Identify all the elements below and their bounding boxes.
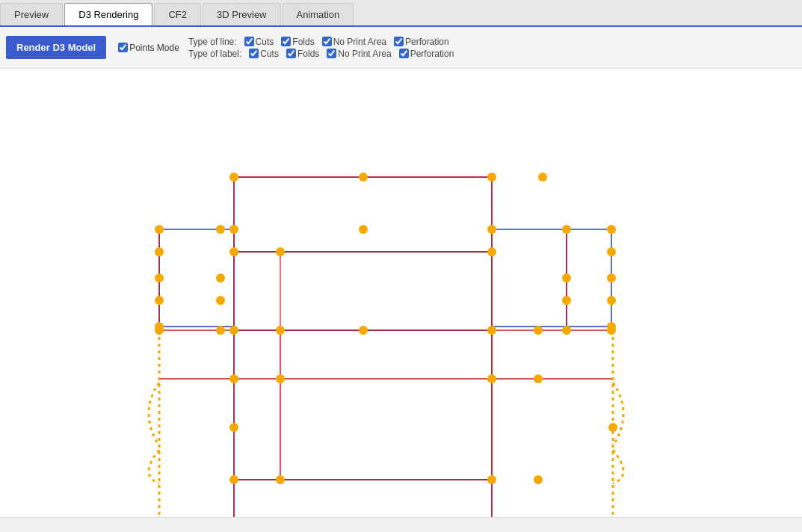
line-cuts-checkbox[interactable] bbox=[244, 37, 254, 46]
line-noprintarea-checkbox[interactable] bbox=[322, 37, 332, 46]
svg-point-57 bbox=[607, 326, 616, 335]
svg-point-53 bbox=[359, 326, 368, 335]
toolbar: Render D3 Model Points Mode Type of line… bbox=[0, 27, 802, 69]
label-folds-label: Folds bbox=[297, 49, 319, 59]
svg-point-26 bbox=[538, 173, 547, 182]
line-cuts-label: Cuts bbox=[256, 37, 274, 47]
svg-point-32 bbox=[562, 225, 571, 234]
svg-point-47 bbox=[276, 247, 285, 256]
svg-point-44 bbox=[216, 273, 225, 282]
svg-point-39 bbox=[607, 273, 616, 282]
svg-rect-0 bbox=[234, 177, 492, 252]
type-of-line-label: Type of line: bbox=[188, 37, 237, 47]
svg-point-48 bbox=[487, 247, 496, 256]
dieline-svg bbox=[0, 69, 802, 517]
label-folds-checkbox[interactable] bbox=[286, 49, 296, 58]
svg-point-25 bbox=[487, 173, 496, 182]
tab-animation[interactable]: Animation bbox=[283, 3, 354, 25]
label-noprintarea-group[interactable]: No Print Area bbox=[327, 49, 391, 59]
label-cuts-group[interactable]: Cuts bbox=[249, 49, 279, 59]
type-of-label-label: Type of label: bbox=[188, 49, 241, 59]
label-perforation-checkbox[interactable] bbox=[399, 49, 409, 58]
svg-point-49 bbox=[155, 326, 164, 335]
svg-point-55 bbox=[534, 326, 543, 335]
line-folds-group[interactable]: Folds bbox=[281, 37, 314, 47]
canvas-area[interactable] bbox=[0, 69, 802, 517]
line-noprintarea-label: No Print Area bbox=[333, 37, 386, 47]
type-of-line-row: Type of line: Cuts Folds No Print Area P… bbox=[188, 37, 457, 47]
tab-preview[interactable]: Preview bbox=[0, 3, 63, 25]
label-noprintarea-checkbox[interactable] bbox=[327, 49, 336, 58]
tab-3dpreview[interactable]: 3D Preview bbox=[203, 3, 280, 25]
svg-point-63 bbox=[608, 423, 617, 432]
svg-point-27 bbox=[155, 225, 164, 234]
svg-point-58 bbox=[229, 374, 238, 383]
line-folds-label: Folds bbox=[292, 37, 314, 47]
svg-point-34 bbox=[155, 247, 164, 256]
svg-point-38 bbox=[607, 247, 616, 256]
points-mode-checkbox[interactable] bbox=[118, 43, 128, 52]
svg-point-60 bbox=[487, 374, 496, 383]
svg-point-35 bbox=[155, 273, 164, 282]
svg-point-45 bbox=[216, 296, 225, 305]
label-perforation-group[interactable]: Perforation bbox=[399, 49, 454, 59]
svg-point-31 bbox=[487, 225, 496, 234]
svg-rect-4 bbox=[234, 252, 492, 330]
label-perforation-label: Perforation bbox=[410, 49, 454, 59]
svg-point-59 bbox=[276, 374, 285, 383]
tab-d3rendering[interactable]: D3 Rendering bbox=[64, 3, 152, 25]
svg-point-52 bbox=[276, 326, 285, 335]
svg-point-65 bbox=[276, 475, 285, 484]
svg-point-24 bbox=[359, 173, 368, 182]
line-perforation-checkbox[interactable] bbox=[394, 37, 404, 46]
tab-cf2[interactable]: CF2 bbox=[154, 3, 201, 25]
svg-point-36 bbox=[155, 296, 164, 305]
svg-point-56 bbox=[562, 326, 571, 335]
svg-point-51 bbox=[229, 326, 238, 335]
svg-rect-3 bbox=[567, 229, 611, 327]
svg-rect-2 bbox=[492, 229, 567, 327]
line-folds-checkbox[interactable] bbox=[281, 37, 291, 46]
svg-point-54 bbox=[487, 326, 496, 335]
label-cuts-checkbox[interactable] bbox=[249, 49, 259, 58]
svg-point-42 bbox=[562, 273, 571, 282]
status-bar bbox=[0, 517, 802, 532]
type-of-label-row: Type of label: Cuts Folds No Print Area … bbox=[188, 49, 457, 59]
svg-point-46 bbox=[229, 247, 238, 256]
toolbar-options: Type of line: Cuts Folds No Print Area P… bbox=[188, 37, 457, 59]
svg-point-29 bbox=[229, 225, 238, 234]
line-perforation-group[interactable]: Perforation bbox=[394, 37, 449, 47]
tab-bar: Preview D3 Rendering CF2 3D Preview Anim… bbox=[0, 0, 802, 27]
svg-point-30 bbox=[359, 225, 368, 234]
svg-point-64 bbox=[229, 475, 238, 484]
line-perforation-label: Perforation bbox=[405, 37, 449, 47]
svg-rect-5 bbox=[234, 330, 492, 480]
line-cuts-group[interactable]: Cuts bbox=[244, 37, 274, 47]
svg-point-67 bbox=[534, 475, 543, 484]
svg-point-43 bbox=[562, 296, 571, 305]
svg-point-66 bbox=[487, 475, 496, 484]
points-mode-label: Points Mode bbox=[129, 43, 179, 53]
svg-point-40 bbox=[607, 296, 616, 305]
label-cuts-label: Cuts bbox=[260, 49, 279, 59]
points-mode-checkbox-group[interactable]: Points Mode bbox=[118, 43, 179, 53]
label-folds-group[interactable]: Folds bbox=[286, 49, 319, 59]
svg-point-62 bbox=[229, 423, 238, 432]
render-d3-button[interactable]: Render D3 Model bbox=[6, 36, 106, 59]
svg-point-33 bbox=[607, 225, 616, 234]
svg-point-50 bbox=[216, 326, 225, 335]
svg-point-61 bbox=[534, 374, 543, 383]
line-noprintarea-group[interactable]: No Print Area bbox=[322, 37, 386, 47]
svg-point-28 bbox=[216, 225, 225, 234]
svg-rect-6 bbox=[234, 480, 492, 517]
label-noprintarea-label: No Print Area bbox=[338, 49, 391, 59]
svg-point-23 bbox=[229, 173, 238, 182]
